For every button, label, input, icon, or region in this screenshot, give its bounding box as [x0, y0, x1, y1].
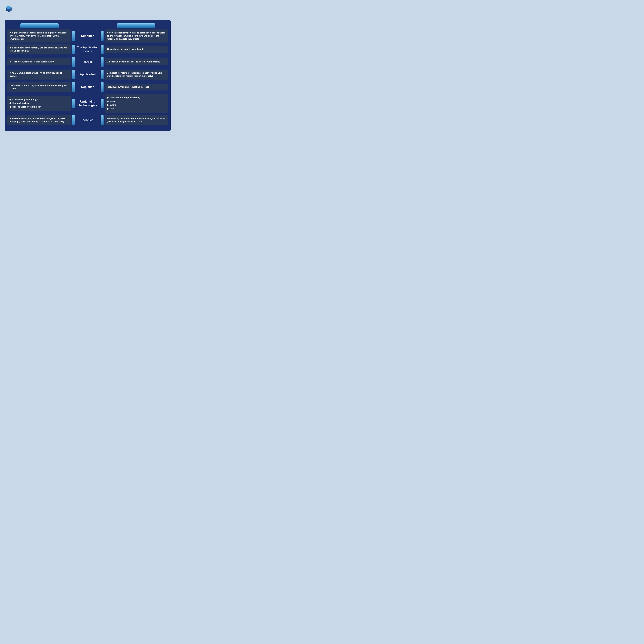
bullet-dot [107, 108, 109, 110]
bullet-text: Decentralization technology [12, 105, 41, 109]
center-label: Definition [76, 33, 100, 38]
right-cell: Democratic system, permissionless networ… [104, 69, 168, 80]
right-cell: Powered by Decentralized Autonomous Orga… [104, 114, 168, 126]
left-connector [72, 45, 75, 54]
right-cell-content: Democratic system, permissionless networ… [105, 70, 168, 80]
right-connector [101, 115, 104, 125]
logo-area [5, 5, 14, 13]
left-connector [72, 70, 75, 79]
center-label: The Application Scope [76, 45, 100, 54]
bullet-dot [107, 97, 109, 99]
bullet-dot [9, 99, 11, 100]
bullet-item: Decentralization technology [9, 105, 69, 109]
right-connector [101, 57, 104, 67]
comparison-row: A digital environment that combines digi… [7, 29, 168, 43]
right-connector [101, 99, 104, 108]
right-cell-content: A new internet iteration aims to establi… [105, 29, 168, 43]
right-cell: A new internet iteration aims to establi… [104, 29, 168, 43]
center-cell: Underlying Technologies [72, 94, 104, 113]
header [5, 3, 171, 15]
bullet-item: Human interface [9, 102, 69, 105]
main-title [5, 15, 171, 20]
comparison-row: Connectivity technologyHuman interfaceDe… [7, 94, 168, 113]
metaverse-header-tab [20, 23, 59, 28]
left-connector [72, 31, 75, 41]
page-wrapper: A digital environment that combines digi… [0, 0, 175, 136]
left-connector [72, 57, 75, 67]
right-connector [101, 45, 104, 54]
right-cell: Blockchain & cryptocurrencyNFTsDAOsDeFi [104, 94, 168, 113]
right-connector [101, 31, 104, 41]
bullet-text: Connectivity technology [12, 98, 38, 101]
web3-header-tab [117, 23, 155, 28]
rows-container: A digital environment that combines digi… [7, 29, 168, 126]
center-cell: The Application Scope [72, 44, 104, 55]
center-label: Depiction [76, 85, 100, 90]
bullet-dot [107, 101, 109, 102]
left-cell-content: It is still under development, and the p… [7, 44, 71, 54]
column-headers [7, 23, 168, 28]
comparison-row: Powered by wifi6, 6G, Spatial computing(… [7, 114, 168, 126]
center-cell: Application [72, 69, 104, 80]
bullet-dot [9, 102, 11, 104]
right-connector [101, 70, 104, 79]
center-cell: Depiction [72, 81, 104, 93]
left-cell-content: A digital environment that combines digi… [7, 29, 71, 43]
bullet-dot [9, 106, 11, 108]
bullet-dot [107, 104, 109, 106]
center-cell: Target [72, 56, 104, 68]
left-cell: Dematerialization of physical entity aro… [7, 81, 72, 93]
comparison-row: Dematerialization of physical entity aro… [7, 81, 168, 93]
center-cell: Technical [72, 114, 104, 126]
left-cell: A digital environment that combines digi… [7, 29, 72, 43]
bullet-item: Blockchain & cryptocurrency [107, 96, 166, 99]
center-label: Application [76, 72, 100, 77]
center-label: Technical [76, 118, 100, 123]
bullet-text: NFTs [110, 100, 115, 103]
bullet-item: Connectivity technology [9, 98, 69, 101]
right-connector [101, 82, 104, 92]
left-cell-content: Virtual Gaming, Health Surgery, 3d Train… [7, 70, 71, 80]
left-connector [72, 115, 75, 125]
comparison-row: It is still under development, and the p… [7, 44, 168, 55]
bullet-item: DAOs [107, 104, 166, 107]
bullet-text: Blockchain & cryptocurrency [110, 96, 140, 99]
bullet-item: NFTs [107, 100, 166, 103]
left-cell-content: VR, AR, XR (Extended Reality) world faci… [7, 58, 71, 65]
left-cell: Virtual Gaming, Health Surgery, 3d Train… [7, 69, 72, 80]
right-cell-content: Individual owned and regulating internet [105, 84, 168, 90]
right-cell-content: Powered by Decentralized Autonomous Orga… [105, 115, 168, 125]
left-cell-content: Powered by wifi6, 6G, Spatial computing(… [7, 115, 71, 125]
bullet-text: Human interface [12, 102, 29, 105]
left-cell-content: Dematerialization of physical entity aro… [7, 82, 71, 92]
center-label: Target [76, 59, 100, 64]
left-connector [72, 99, 75, 108]
right-cell-content: Blockchain & cryptocurrencyNFTsDAOsDeFi [105, 94, 168, 113]
comparison-row: Virtual Gaming, Health Surgery, 3d Train… [7, 69, 168, 80]
right-cell-content: Throughout the web, it is applicable [105, 46, 168, 53]
right-cell: Blockchain controlled, peer-to-peer netw… [104, 56, 168, 68]
left-cell-content: Connectivity technologyHuman interfaceDe… [7, 96, 71, 111]
bullet-text: DeFi [110, 107, 114, 110]
left-cell: Connectivity technologyHuman interfaceDe… [7, 94, 72, 113]
content-area: A digital environment that combines digi… [5, 20, 171, 131]
left-column-header [7, 23, 72, 28]
bullet-item: DeFi [107, 107, 166, 110]
center-cell: Definition [72, 29, 104, 43]
center-label: Underlying Technologies [76, 99, 100, 108]
comparison-row: VR, AR, XR (Extended Reality) world faci… [7, 56, 168, 68]
left-cell: VR, AR, XR (Extended Reality) world faci… [7, 56, 72, 68]
left-cell: It is still under development, and the p… [7, 44, 72, 55]
left-connector [72, 82, 75, 92]
bullet-text: DAOs [110, 104, 116, 107]
right-cell-content: Blockchain controlled, peer-to-peer netw… [105, 58, 168, 65]
left-cell: Powered by wifi6, 6G, Spatial computing(… [7, 114, 72, 126]
right-column-header [104, 23, 168, 28]
logo-icon [5, 5, 13, 13]
right-cell: Throughout the web, it is applicable [104, 44, 168, 55]
right-cell: Individual owned and regulating internet [104, 81, 168, 93]
